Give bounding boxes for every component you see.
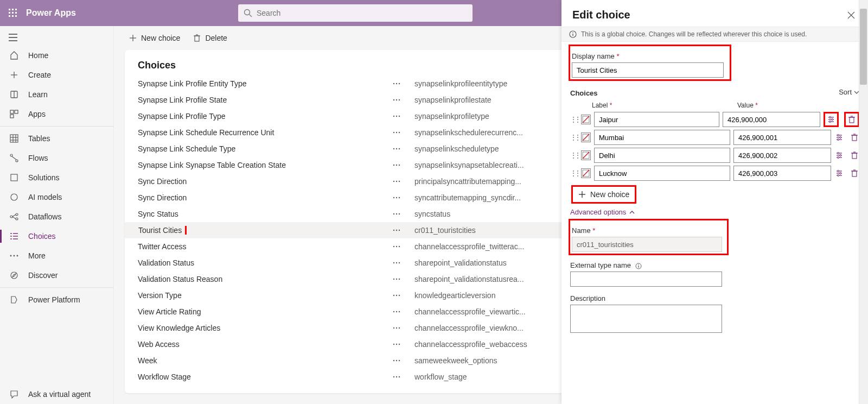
color-swatch-icon[interactable] bbox=[581, 150, 591, 160]
nav-solutions[interactable]: Solutions bbox=[0, 168, 113, 187]
displayname-input[interactable] bbox=[572, 62, 724, 78]
svg-point-81 bbox=[396, 246, 397, 247]
row-more-icon[interactable] bbox=[393, 343, 414, 345]
row-more-icon[interactable] bbox=[393, 311, 414, 313]
book-icon bbox=[9, 90, 20, 99]
delete-icon[interactable] bbox=[850, 132, 859, 142]
choice-value-input[interactable] bbox=[733, 166, 831, 181]
page-scrollbar[interactable] bbox=[859, 0, 868, 404]
drag-handle-icon[interactable]: ⋮⋮ bbox=[570, 116, 578, 123]
color-swatch-icon[interactable] bbox=[581, 168, 591, 178]
nav-learn[interactable]: Learn bbox=[0, 85, 113, 104]
nav-powerplatform[interactable]: Power Platform bbox=[0, 290, 113, 310]
choice-label-input[interactable] bbox=[594, 130, 730, 145]
row-more-icon[interactable] bbox=[393, 327, 414, 329]
nav-create[interactable]: Create bbox=[0, 65, 113, 85]
svg-point-150 bbox=[838, 171, 839, 172]
svg-point-32 bbox=[16, 218, 18, 220]
row-more-icon[interactable] bbox=[393, 99, 414, 101]
svg-point-55 bbox=[399, 99, 400, 100]
settings-icon[interactable] bbox=[826, 115, 836, 124]
search-input[interactable] bbox=[252, 9, 467, 17]
svg-point-103 bbox=[399, 360, 400, 361]
svg-rect-153 bbox=[852, 171, 857, 176]
choice-label-input[interactable] bbox=[594, 166, 730, 181]
nav-ask-agent[interactable]: Ask a virtual agent bbox=[0, 384, 113, 404]
delete-icon[interactable] bbox=[847, 115, 857, 124]
sort-button[interactable]: Sort bbox=[839, 88, 859, 96]
advanced-options-toggle[interactable]: Advanced options bbox=[570, 208, 859, 216]
color-swatch-icon[interactable] bbox=[581, 115, 591, 124]
delete-icon[interactable] bbox=[850, 168, 859, 178]
waffle-icon[interactable] bbox=[0, 0, 26, 26]
external-type-input[interactable] bbox=[570, 272, 722, 287]
svg-point-83 bbox=[393, 262, 394, 263]
drag-handle-icon[interactable]: ⋮⋮ bbox=[570, 134, 578, 141]
nav-apps[interactable]: Apps bbox=[0, 104, 113, 124]
choice-label-input[interactable] bbox=[594, 112, 719, 127]
description-input[interactable] bbox=[570, 305, 722, 333]
nav-dataflows[interactable]: Dataflows bbox=[0, 207, 113, 226]
nav-home[interactable]: Home bbox=[0, 46, 113, 65]
svg-point-98 bbox=[393, 344, 394, 345]
nav-discover[interactable]: Discover bbox=[0, 266, 113, 285]
row-more-icon[interactable] bbox=[393, 83, 414, 85]
nav-aimodels[interactable]: AI models bbox=[0, 187, 113, 207]
svg-line-146 bbox=[583, 170, 589, 176]
nav-flows[interactable]: Flows bbox=[0, 148, 113, 168]
choice-value-input[interactable] bbox=[733, 130, 831, 145]
add-new-choice-button[interactable]: New choice bbox=[573, 187, 635, 202]
svg-point-106 bbox=[399, 376, 400, 377]
close-icon[interactable] bbox=[845, 9, 857, 21]
settings-icon[interactable] bbox=[834, 150, 844, 160]
svg-point-66 bbox=[396, 165, 397, 166]
row-more-icon[interactable] bbox=[393, 376, 414, 378]
row-more-icon[interactable] bbox=[393, 294, 414, 296]
row-more-icon[interactable] bbox=[393, 180, 414, 182]
drag-handle-icon[interactable]: ⋮⋮ bbox=[570, 152, 578, 159]
svg-rect-2 bbox=[15, 9, 17, 10]
svg-point-91 bbox=[399, 295, 400, 296]
row-more-icon[interactable] bbox=[393, 148, 414, 150]
svg-line-113 bbox=[583, 116, 589, 123]
delete-button[interactable]: Delete bbox=[189, 30, 231, 46]
new-choice-button[interactable]: New choice bbox=[125, 30, 184, 46]
row-more-icon[interactable] bbox=[393, 359, 414, 362]
row-more-icon[interactable] bbox=[393, 197, 414, 199]
dataflow-icon bbox=[9, 212, 20, 221]
delete-icon[interactable] bbox=[850, 150, 859, 160]
row-more-icon[interactable] bbox=[393, 229, 414, 231]
settings-icon[interactable] bbox=[834, 132, 844, 142]
svg-point-50 bbox=[393, 83, 394, 84]
svg-point-78 bbox=[396, 230, 397, 231]
row-more-icon[interactable] bbox=[393, 262, 414, 264]
svg-point-43 bbox=[17, 255, 18, 257]
color-swatch-icon[interactable] bbox=[581, 132, 591, 142]
svg-point-95 bbox=[393, 327, 394, 329]
svg-point-68 bbox=[393, 181, 394, 182]
row-more-icon[interactable] bbox=[393, 164, 414, 166]
hamburger-icon[interactable] bbox=[0, 29, 113, 46]
choice-label-input[interactable] bbox=[594, 148, 730, 163]
svg-point-160 bbox=[638, 264, 639, 264]
row-more-icon[interactable] bbox=[393, 131, 414, 134]
svg-point-30 bbox=[10, 216, 12, 218]
home-icon bbox=[9, 51, 20, 60]
row-more-icon[interactable] bbox=[393, 278, 414, 280]
row-more-icon[interactable] bbox=[393, 213, 414, 215]
nav-choices[interactable]: Choices bbox=[0, 226, 113, 246]
choice-value-input[interactable] bbox=[733, 148, 831, 163]
row-more-icon[interactable] bbox=[393, 115, 414, 117]
nav-more[interactable]: More bbox=[0, 246, 113, 266]
svg-rect-3 bbox=[9, 12, 10, 14]
choice-value-input[interactable] bbox=[723, 112, 820, 127]
drag-handle-icon[interactable]: ⋮⋮ bbox=[570, 169, 578, 177]
more-icon bbox=[9, 255, 20, 257]
info-icon[interactable] bbox=[635, 263, 642, 269]
app-name: Power Apps bbox=[26, 8, 76, 18]
search-box[interactable] bbox=[238, 4, 473, 22]
settings-icon[interactable] bbox=[834, 168, 844, 178]
svg-line-135 bbox=[583, 152, 589, 159]
row-more-icon[interactable] bbox=[393, 245, 414, 248]
nav-tables[interactable]: Tables bbox=[0, 129, 113, 148]
